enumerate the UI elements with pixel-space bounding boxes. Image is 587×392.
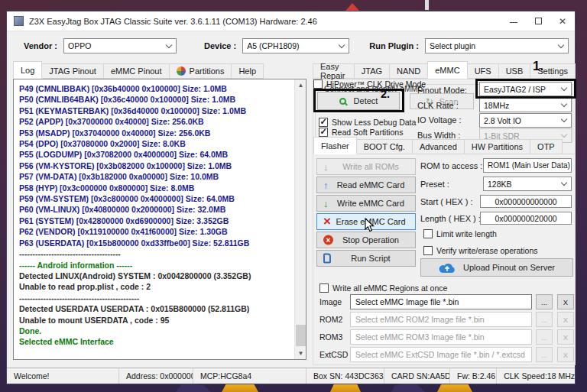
upload-blue-icon <box>323 180 329 191</box>
detect-button-label: Detect <box>354 96 378 105</box>
clk-rate-select[interactable]: 18MHz <box>479 98 572 112</box>
flasher-tab[interactable]: Advanced <box>412 139 465 154</box>
flasher-action-button[interactable]: Erase eMMC Card <box>316 213 416 230</box>
flasher-tab[interactable]: HW Partitions <box>464 139 530 154</box>
log-line: Detected USERDATA USERDATA : 0x015B80000… <box>19 303 304 314</box>
io-voltage-select[interactable]: 2.8 Volt IO <box>479 113 572 128</box>
script-icon <box>323 254 331 264</box>
vendor-select[interactable]: OPPO <box>63 38 177 53</box>
tab-label: OTP <box>537 142 555 151</box>
log-area[interactable]: P49 (CMNLIBBAK) [0x36b40000 0x100000] Si… <box>13 79 306 360</box>
run-plugin-select[interactable]: Select plugin <box>425 38 569 53</box>
file-path-input[interactable]: Select eMMC ROM3 Image file *.bin <box>350 329 532 345</box>
right-tab[interactable]: NAND <box>389 63 428 79</box>
rom-access-value: ROM1 (Main User Data) <box>488 161 570 170</box>
preset-select[interactable]: 128KB <box>483 177 572 191</box>
clear-button[interactable]: X <box>557 294 574 309</box>
flasher-action-button[interactable]: Read eMMC Card <box>316 177 416 193</box>
right-tab[interactable]: JTAG <box>354 63 390 79</box>
file-path-input[interactable]: Select eMMC ExtCSD Image file *.bin / *.… <box>350 347 532 362</box>
detect-button[interactable]: Detect <box>317 92 400 110</box>
file-path-input[interactable]: Select eMMC Image file *.bin <box>350 294 532 309</box>
browse-button[interactable]: ... <box>536 312 553 327</box>
log-line: P55 (LOGDUMP) [0x37082000 0x4000000] Siz… <box>19 149 304 160</box>
app-window: Z3X EasyJtag Box JTAG Classic Suite ver.… <box>6 11 576 384</box>
log-line: P63 (USERDATA) [0x15b800000 0xd33ffbe00]… <box>19 238 304 248</box>
log-line: P62 (VENDOR) [0x119100000 0x41f60000] Si… <box>19 226 304 237</box>
right-tabbar: Easy Repair JTAG NAND eMMC UFS USB Set <box>313 62 575 79</box>
checkbox[interactable]: Read Soft Partitions <box>319 128 403 137</box>
clear-button[interactable]: X <box>557 312 574 327</box>
log-line: Unable to mount USERDATA , code : 95 <box>19 315 304 326</box>
flasher-action-button[interactable]: Write all ROMs <box>316 158 416 175</box>
clear-button[interactable]: X <box>557 329 574 345</box>
wallpaper-white-bar <box>425 0 429 10</box>
chevron-down-icon <box>561 85 567 91</box>
verify-operations-checkbox[interactable]: Verify write/erase operations <box>423 246 537 255</box>
log-line: ----------------------------------------… <box>19 293 304 303</box>
log-scrollbar[interactable]: ▲ ▼ <box>294 79 306 359</box>
limit-write-length-checkbox[interactable]: Limit write length <box>423 229 497 238</box>
start-hex-input[interactable]: 0x000000000000 <box>480 195 572 208</box>
tab-label: Settings <box>537 66 568 76</box>
flasher-tab[interactable]: OTP <box>530 139 563 154</box>
right-tab[interactable]: UFS <box>467 63 499 79</box>
status-item: Box SN: 443DC363AFE9039F <box>306 368 384 384</box>
flasher-button-label: Erase eMMC Card <box>317 217 415 226</box>
rom-access-select[interactable]: ROM1 (Main User Data) <box>483 158 572 173</box>
title-bar[interactable]: Z3X EasyJtag Box JTAG Classic Suite ver.… <box>7 11 575 31</box>
right-tab[interactable]: Settings <box>530 63 576 79</box>
upload-pinout-button[interactable]: Upload Pinout on Server <box>420 258 573 277</box>
chevron-down-icon <box>561 101 567 107</box>
left-tab[interactable]: eMMC Pinout <box>103 63 170 79</box>
log-line: P49 (CMNLIBBAK) [0x36b40000 0x100000] Si… <box>19 83 304 94</box>
scroll-down-icon[interactable]: ▼ <box>295 348 306 359</box>
right-tab[interactable]: eMMC <box>427 61 467 79</box>
maximize-button[interactable] <box>526 11 550 31</box>
left-tab[interactable]: Log <box>13 61 42 79</box>
browse-button[interactable]: ... <box>536 294 553 309</box>
right-tab[interactable]: USB <box>498 63 531 79</box>
download-gray-icon <box>323 161 329 173</box>
minimize-button[interactable] <box>501 11 526 31</box>
tab-label: Flasher <box>321 141 349 151</box>
tab-label: eMMC Pinout <box>111 66 162 76</box>
vendor-value: OPPO <box>68 41 91 50</box>
file-row-label: ROM2 <box>319 315 342 324</box>
browse-button[interactable]: ... <box>536 329 553 345</box>
flasher-tab[interactable]: Flasher <box>313 137 357 154</box>
clear-button[interactable]: X <box>557 347 574 362</box>
close-button[interactable]: ✕ <box>550 11 575 31</box>
checkbox-label: Limit write length <box>436 229 497 238</box>
tab-label: HW Partitions <box>472 142 523 151</box>
left-tab[interactable]: Help <box>231 63 264 79</box>
cloud-upload-icon <box>439 262 456 274</box>
file-path-input[interactable]: Select eMMC ROM2 Image file *.bin <box>350 312 532 327</box>
run-plugin-label: Run Plugin : <box>369 41 419 50</box>
device-select[interactable]: A5 (CPH1809) <box>242 38 349 53</box>
log-line: Unable to read prop.plist , code : 2 <box>19 281 304 292</box>
flasher-action-button[interactable]: Stop Operation <box>316 232 416 248</box>
window-title: Z3X EasyJtag Box JTAG Classic Suite ver.… <box>29 17 501 26</box>
left-tab[interactable]: JTAG Pinout <box>41 63 104 79</box>
right-tab[interactable]: Easy Repair <box>313 63 355 79</box>
write-all-regions-checkbox[interactable]: Write all eMMC Regions at once <box>319 283 447 293</box>
log-line: P61 (SYSTEM) [0x42800000 0xd6900000] Siz… <box>19 215 304 226</box>
flasher-tabbar: Flasher BOOT Cfg. Advanced HW Partitions… <box>313 139 562 154</box>
checkbox[interactable]: Show Less Debug Data <box>319 118 416 127</box>
pinout-mode-select[interactable]: EasyJTAG2 / ISP <box>479 82 572 96</box>
checkbox-label: Read Soft Partitions <box>332 128 403 137</box>
status-bar: Welcome! Address: 0x000000000000 MCP:HCG… <box>7 368 575 384</box>
left-tab[interactable]: Partitions <box>169 63 232 79</box>
log-line: Done. <box>19 326 304 336</box>
scroll-up-icon[interactable]: ▲ <box>295 79 306 91</box>
flasher-action-button[interactable]: Write eMMC Card <box>316 195 416 212</box>
checkbox[interactable]: HiPower™ CLK Drive Mode <box>313 79 426 89</box>
length-hex-input[interactable]: 0x000000020000 <box>480 212 572 225</box>
flasher-tab[interactable]: BOOT Cfg. <box>356 139 413 154</box>
file-row-label: ROM3 <box>319 332 342 342</box>
flasher-action-button[interactable]: Run Script <box>316 250 416 267</box>
browse-button[interactable]: ... <box>536 347 553 362</box>
log-content: P49 (CMNLIBBAK) [0x36b40000 0x100000] Si… <box>14 79 306 348</box>
scrollbar-thumb[interactable] <box>296 325 306 346</box>
